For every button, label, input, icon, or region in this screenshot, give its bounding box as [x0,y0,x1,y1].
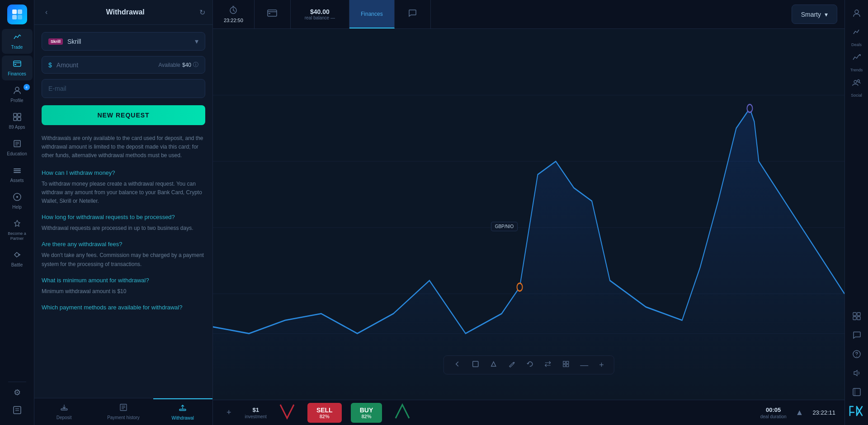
back-button[interactable]: ‹ [42,6,51,18]
sidebar-item-settings[interactable]: ⚙ [2,385,33,400]
faq-question-0[interactable]: How can I withdraw money? [42,169,205,176]
smarty-label: Smarty [801,11,821,18]
svg-rect-53 [857,317,860,320]
withdrawal-icon [179,404,187,414]
svg-rect-3 [18,15,22,19]
right-deals-icon[interactable] [848,23,865,41]
tooltip-text: GBP/NIO [495,224,514,229]
history-icon [119,403,127,413]
sidebar-item-assets[interactable]: Assets [2,162,33,187]
method-select[interactable]: Skrill Skrill ▾ [42,32,205,51]
svg-point-20 [16,196,18,198]
timer-icon [229,5,238,17]
sidebar-label-profile: Profile [10,98,23,103]
chart-tool-back[interactable] [451,360,463,370]
chart-toolbar: — + [443,355,614,374]
settings-icon: ⚙ [14,388,21,397]
nav-card[interactable] [255,0,291,28]
right-question-icon[interactable] [848,346,865,363]
refresh-button[interactable]: ↻ [199,8,205,17]
svg-rect-51 [857,313,860,316]
price-chart [213,29,844,400]
footer-tab-history[interactable]: Payment history [94,398,153,425]
right-sound-icon[interactable] [848,364,865,382]
sidebar-item-trade[interactable]: Trade [2,29,33,54]
amount-field[interactable]: $ Amount Available $40 ⓘ [42,56,205,74]
profile-icon [13,86,22,96]
right-trends-label: Trends [850,68,863,72]
svg-rect-29 [179,409,186,411]
nav-timer[interactable]: 23:22:50 [213,0,255,28]
nav-balance[interactable]: $40.00 real balance — [291,0,349,28]
faq-answer-0: To withdraw money please create a withdr… [42,180,205,206]
faq-item-0: How can I withdraw money? To withdraw mo… [42,169,205,206]
svg-rect-4 [14,61,21,66]
sidebar-item-education[interactable]: Education [2,135,33,160]
time-display: 23:22:11 [812,409,835,416]
faq-item-4: Which payment methods are available for … [42,304,205,311]
right-social-icon[interactable] [848,74,865,91]
nav-chat[interactable] [395,0,431,28]
right-trends-icon[interactable] [848,49,865,66]
app-logo [7,5,27,24]
svg-point-49 [857,80,859,82]
timer-value: 23:22:50 [224,18,243,23]
sidebar-item-help[interactable]: Help [2,189,33,214]
buy-button[interactable]: BUY 82% [351,403,382,423]
chart-tooltip: GBP/NIO [491,222,518,231]
faq-question-1[interactable]: How long for withdrawal requests to be p… [42,214,205,220]
nav-finances[interactable]: Finances [349,0,395,28]
chart-tool-triangle[interactable] [487,360,500,370]
svg-rect-45 [563,364,565,367]
faq-question-2[interactable]: Are there any withdrawal fees? [42,241,205,248]
right-chat-icon[interactable] [848,327,865,344]
right-user-icon[interactable] [848,5,865,22]
footer-tab-deposit[interactable]: Deposit [34,398,94,425]
investment-plus-button[interactable]: + [222,408,236,417]
sidebar-item-apps[interactable]: 89 Apps [2,109,33,134]
sidebar-item-profile[interactable]: Profile 4 [2,82,33,107]
svg-rect-18 [14,172,21,173]
nav-spacer [431,0,784,28]
chart-tool-draw[interactable] [505,360,518,370]
faq-question-4[interactable]: Which payment methods are available for … [42,304,205,311]
chart-tool-frame[interactable] [469,360,481,370]
sidebar-item-info[interactable] [2,402,33,420]
withdrawal-info-text: Withdrawals are only available to the ca… [42,134,205,160]
smarty-button[interactable]: Smarty ▾ [792,5,837,24]
main-area: 23:22:50 $40.00 real balance — Finances [213,0,844,425]
sidebar-label-help: Help [12,205,22,210]
chart-tool-plus[interactable]: + [596,360,607,370]
sidebar-item-battle[interactable]: Battle [2,247,33,271]
investment-label: investment [245,414,267,419]
buy-arrow-icon [391,402,414,423]
svg-point-47 [855,10,859,14]
card-icon [267,9,277,19]
chart-tool-swap[interactable] [541,360,554,370]
footer-tab-withdrawal[interactable]: Withdrawal [153,398,212,425]
sidebar-label-assets: Assets [10,178,24,183]
trade-icon [13,33,22,43]
sidebar-item-partner[interactable]: Become a Partner [2,215,33,245]
chart-tool-grid[interactable] [559,360,572,370]
right-grid-icon[interactable] [848,308,865,325]
chart-tool-undo[interactable] [523,360,536,370]
sidebar-label-battle: Battle [11,262,23,268]
new-request-button[interactable]: NEW REQUEST [42,105,205,125]
email-field[interactable] [42,79,205,98]
chat-icon [408,9,417,20]
chart-tool-minus[interactable]: — [577,360,591,370]
svg-rect-21 [14,406,21,414]
sidebar-label-apps: 89 Apps [9,125,25,130]
svg-rect-24 [61,409,67,410]
right-expand-icon[interactable] [848,383,865,401]
duration-up-icon[interactable]: ▲ [796,408,804,417]
faq-question-3[interactable]: What is minimum amount for withdrawal? [42,277,205,284]
smarty-arrow-icon: ▾ [825,11,828,18]
sidebar-item-finances[interactable]: Finances [2,56,33,80]
sidebar-label-finances: Finances [8,71,26,77]
available-label: Available [158,62,180,68]
amount-label: Amount [57,61,159,69]
sell-button[interactable]: SELL 82% [307,403,342,423]
sidebar-label-education: Education [7,151,27,157]
